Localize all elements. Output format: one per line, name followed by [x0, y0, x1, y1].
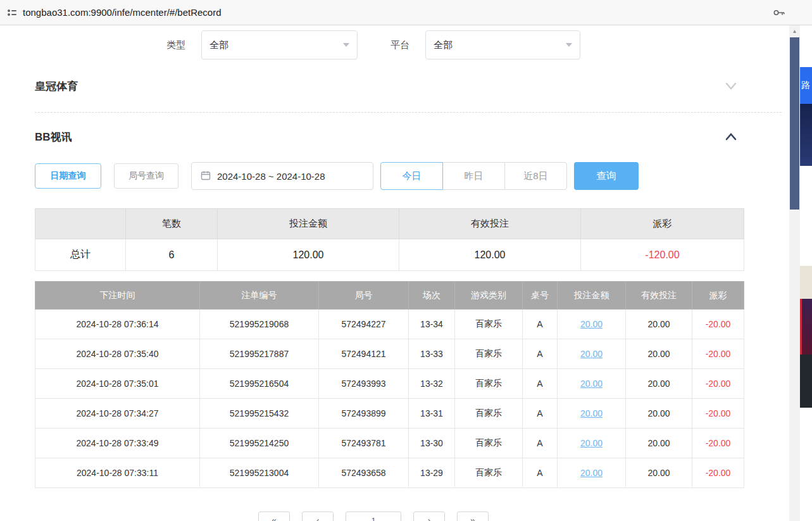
scrollbar[interactable]: ▲ [789, 25, 800, 521]
pagination-prev-button[interactable]: ‹ [302, 512, 334, 521]
chevron-down-icon [343, 43, 349, 47]
table-row: 2024-10-28 07:33:11 521995213004 5724936… [35, 458, 744, 488]
side-blue-button-fragment[interactable]: 路 [800, 67, 812, 104]
header-order-id: 注单编号 [200, 282, 319, 310]
cell-payout: -20.00 [692, 458, 744, 488]
cell-table-no: A [523, 369, 558, 399]
table-row: 2024-10-28 07:33:49 521995214250 5724937… [35, 429, 744, 458]
cell-game-type: 百家乐 [455, 399, 523, 429]
cell-session: 13-29 [409, 458, 455, 488]
pagination: « ‹ 1 › » [258, 512, 489, 521]
cell-order-id: 521995216504 [200, 369, 319, 399]
cell-order-id: 521995217887 [200, 339, 319, 369]
summary-header-blank [35, 209, 126, 239]
summary-total-row: 总计 6 120.00 120.00 -120.00 [35, 239, 744, 271]
today-button[interactable]: 今日 [380, 162, 443, 190]
summary-valid: 120.00 [399, 239, 581, 271]
platform-select[interactable]: 全部 [425, 30, 580, 60]
section-bb-video[interactable]: BB视讯 [35, 124, 744, 149]
filter-row: 类型 全部 平台 全部 [0, 30, 789, 60]
bet-amount-link[interactable]: 20.00 [580, 319, 603, 329]
section-title: BB视讯 [35, 130, 72, 144]
summary-header-count: 笔数 [126, 209, 218, 239]
side-window-fragment: 路 [800, 25, 812, 521]
cell-payout: -20.00 [692, 310, 744, 339]
section-crown-sports[interactable]: 皇冠体育 [35, 73, 744, 99]
cell-session: 13-31 [409, 399, 455, 429]
summary-header-bet: 投注金额 [218, 209, 399, 239]
pagination-page-input[interactable]: 1 [346, 512, 401, 521]
pagination-first-button[interactable]: « [258, 512, 290, 521]
bet-amount-link[interactable]: 20.00 [580, 349, 603, 359]
cell-bet-time: 2024-10-28 07:33:11 [35, 458, 200, 488]
table-row: 2024-10-28 07:34:27 521995215432 5724938… [35, 399, 744, 429]
site-info-icon[interactable] [5, 6, 19, 20]
bet-amount-link[interactable]: 20.00 [580, 379, 603, 389]
date-range-input[interactable]: 2024-10-28 ~ 2024-10-28 [191, 162, 373, 190]
cell-game-type: 百家乐 [455, 369, 523, 399]
summary-bet: 120.00 [218, 239, 399, 271]
url-text[interactable]: tongbao31.com:9900/infe/mcenter/#/betRec… [23, 0, 222, 25]
platform-label: 平台 [390, 30, 409, 60]
pagination-next-button[interactable]: › [413, 512, 445, 521]
search-button[interactable]: 查询 [574, 162, 639, 190]
last-8-days-button[interactable]: 近8日 [504, 162, 567, 190]
cell-payout: -20.00 [692, 429, 744, 458]
scrollbar-thumb[interactable] [790, 37, 799, 210]
cell-bet-time: 2024-10-28 07:35:01 [35, 369, 200, 399]
summary-table: 笔数 投注金额 有效投注 派彩 总计 6 120.00 120.00 -120.… [35, 208, 744, 271]
bet-record-table: 下注时间 注单编号 局号 场次 游戏类别 桌号 投注金额 有效投注 派彩 202… [35, 281, 744, 488]
header-round-id: 局号 [319, 282, 409, 310]
cell-valid-bet: 20.00 [626, 399, 692, 429]
cell-session: 13-34 [409, 310, 455, 339]
chevron-down-icon[interactable] [725, 82, 737, 93]
yesterday-button[interactable]: 昨日 [442, 162, 505, 190]
type-select-value: 全部 [209, 39, 228, 51]
date-range-value: 2024-10-28 ~ 2024-10-28 [217, 171, 325, 182]
header-bet-amount: 投注金额 [558, 282, 626, 310]
screen: tongbao31.com:9900/infe/mcenter/#/betRec… [0, 0, 812, 521]
section-title: 皇冠体育 [35, 79, 78, 94]
header-game-type: 游戏类别 [455, 282, 523, 310]
header-payout: 派彩 [692, 282, 744, 310]
cell-session: 13-32 [409, 369, 455, 399]
dashed-divider [35, 112, 782, 113]
pagination-last-button[interactable]: » [457, 512, 489, 521]
scroll-up-arrow[interactable]: ▲ [789, 25, 800, 37]
cell-bet-time: 2024-10-28 07:33:49 [35, 429, 200, 458]
header-session: 场次 [409, 282, 455, 310]
cell-session: 13-30 [409, 429, 455, 458]
type-select[interactable]: 全部 [201, 30, 358, 60]
summary-count: 6 [126, 239, 218, 271]
password-key-icon[interactable] [773, 7, 785, 18]
browser-address-bar: tongbao31.com:9900/infe/mcenter/#/betRec… [0, 0, 812, 25]
header-bet-time: 下注时间 [35, 282, 200, 310]
side-image-fragment [800, 355, 812, 408]
cell-table-no: A [523, 310, 558, 339]
cell-order-id: 521995214250 [200, 429, 319, 458]
cell-round-id: 572493658 [319, 458, 409, 488]
platform-select-value: 全部 [434, 39, 453, 51]
summary-header-valid: 有效投注 [399, 209, 581, 239]
summary-payout: -120.00 [581, 239, 744, 271]
cell-bet-time: 2024-10-28 07:34:27 [35, 399, 200, 429]
cell-round-id: 572493993 [319, 369, 409, 399]
bet-amount-link[interactable]: 20.00 [580, 408, 603, 418]
cell-payout: -20.00 [692, 399, 744, 429]
calendar-icon [201, 170, 211, 182]
cell-round-id: 572493781 [319, 429, 409, 458]
chevron-down-icon [566, 43, 572, 47]
cell-table-no: A [523, 339, 558, 369]
cell-session: 13-33 [409, 339, 455, 369]
cell-game-type: 百家乐 [455, 458, 523, 488]
chevron-up-icon[interactable] [725, 132, 737, 144]
side-image-fragment [800, 266, 812, 299]
header-valid-bet: 有效投注 [626, 282, 692, 310]
cell-game-type: 百家乐 [455, 429, 523, 458]
bet-amount-link[interactable]: 20.00 [580, 438, 603, 448]
round-query-button[interactable]: 局号查询 [114, 163, 178, 189]
bet-amount-link[interactable]: 20.00 [580, 468, 603, 478]
side-image-fragment [800, 104, 812, 166]
cell-game-type: 百家乐 [455, 310, 523, 339]
date-query-button[interactable]: 日期查询 [35, 163, 101, 189]
